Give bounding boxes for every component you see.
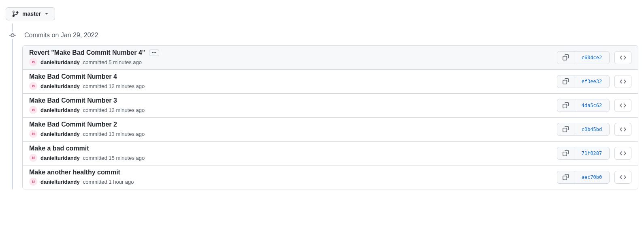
commit-actions: ef3ee32 xyxy=(557,75,631,88)
commit-row: Make a bad commitI:Idanielturidandycommi… xyxy=(23,141,638,165)
browse-code-button[interactable] xyxy=(614,51,631,64)
commit-actions: c0b45bd xyxy=(557,123,631,136)
browse-code-button[interactable] xyxy=(614,123,631,136)
commit-actions: 4da5c62 xyxy=(557,99,631,112)
branch-selector[interactable]: master xyxy=(6,7,55,20)
avatar[interactable]: I:I xyxy=(29,154,37,162)
commits-date-label: Commits on Jan 29, 2022 xyxy=(24,32,98,39)
copy-sha-button[interactable] xyxy=(557,123,574,135)
copy-sha-button[interactable] xyxy=(557,171,574,183)
caret-down-icon xyxy=(45,13,48,15)
copy-icon xyxy=(563,102,569,109)
commit-author-link[interactable]: danielturidandy xyxy=(41,179,80,185)
commit-author-link[interactable]: danielturidandy xyxy=(41,107,80,113)
code-icon xyxy=(620,78,626,85)
commit-time: committed 12 minutes ago xyxy=(83,107,145,113)
commit-time: committed 5 minutes ago xyxy=(83,59,142,65)
sha-group: c604ce2 xyxy=(557,51,610,64)
code-icon xyxy=(620,174,626,180)
commit-row: Make Bad Commit Number 4I:Idanielturidan… xyxy=(23,69,638,93)
commit-info: Make Bad Commit Number 4I:Idanielturidan… xyxy=(29,73,557,90)
copy-sha-button[interactable] xyxy=(557,75,574,88)
commit-sha-link[interactable]: 71f0287 xyxy=(574,147,609,159)
browse-code-button[interactable] xyxy=(614,99,631,112)
commit-sha-link[interactable]: ef3ee32 xyxy=(574,75,609,88)
commit-row: Make another healthy commitI:Idanielturi… xyxy=(23,165,638,189)
copy-icon xyxy=(563,150,569,157)
commit-row: Revert "Make Bad Commit Number 4"•••I:Id… xyxy=(23,46,638,69)
commit-sha-link[interactable]: aec70b0 xyxy=(574,171,609,183)
copy-icon xyxy=(563,54,569,61)
code-icon xyxy=(620,102,626,109)
branch-name: master xyxy=(22,11,41,17)
sha-group: c0b45bd xyxy=(557,123,610,136)
browse-code-button[interactable] xyxy=(614,75,631,88)
commit-title-link[interactable]: Make a bad commit xyxy=(29,145,89,152)
browse-code-button[interactable] xyxy=(614,147,631,160)
expand-message-button[interactable]: ••• xyxy=(149,49,159,56)
copy-sha-button[interactable] xyxy=(557,52,574,64)
commit-title-link[interactable]: Revert "Make Bad Commit Number 4" xyxy=(29,49,145,56)
commit-title-link[interactable]: Make another healthy commit xyxy=(29,169,120,176)
avatar[interactable]: I:I xyxy=(29,106,37,114)
git-branch-icon xyxy=(13,11,19,17)
commit-time: committed 15 minutes ago xyxy=(83,155,145,161)
commit-sha-link[interactable]: c0b45bd xyxy=(574,123,609,135)
avatar[interactable]: I:I xyxy=(29,178,37,186)
avatar[interactable]: I:I xyxy=(29,58,37,66)
code-icon xyxy=(620,54,626,61)
commit-actions: 71f0287 xyxy=(557,147,631,160)
browse-code-button[interactable] xyxy=(614,171,631,184)
commit-info: Make Bad Commit Number 2I:Idanielturidan… xyxy=(29,121,557,138)
sha-group: aec70b0 xyxy=(557,171,610,184)
commit-sha-link[interactable]: c604ce2 xyxy=(574,52,609,64)
commit-author-link[interactable]: danielturidandy xyxy=(41,59,80,65)
commit-row: Make Bad Commit Number 3I:Idanielturidan… xyxy=(23,93,638,117)
copy-icon xyxy=(563,78,569,85)
commit-author-link[interactable]: danielturidandy xyxy=(41,155,80,161)
code-icon xyxy=(620,126,626,133)
commit-info: Make a bad commitI:Idanielturidandycommi… xyxy=(29,145,557,162)
commit-time: committed 1 hour ago xyxy=(83,179,134,185)
commits-group-header: Commits on Jan 29, 2022 xyxy=(9,32,638,39)
sha-group: 4da5c62 xyxy=(557,99,610,112)
avatar[interactable]: I:I xyxy=(29,130,37,138)
timeline-line xyxy=(12,24,13,189)
commit-title-link[interactable]: Make Bad Commit Number 2 xyxy=(29,121,117,128)
commit-info: Make Bad Commit Number 3I:Idanielturidan… xyxy=(29,97,557,114)
commit-sha-link[interactable]: 4da5c62 xyxy=(574,99,609,112)
avatar[interactable]: I:I xyxy=(29,82,37,90)
commit-list: Revert "Make Bad Commit Number 4"•••I:Id… xyxy=(22,45,638,189)
commit-info: Make another healthy commitI:Idanielturi… xyxy=(29,169,557,186)
sha-group: ef3ee32 xyxy=(557,75,610,88)
commit-title-link[interactable]: Make Bad Commit Number 4 xyxy=(29,73,117,80)
commit-title-link[interactable]: Make Bad Commit Number 3 xyxy=(29,97,117,104)
commit-actions: c604ce2 xyxy=(557,51,631,64)
copy-sha-button[interactable] xyxy=(557,99,574,112)
commit-info: Revert "Make Bad Commit Number 4"•••I:Id… xyxy=(29,49,557,66)
commit-time: committed 12 minutes ago xyxy=(83,83,145,89)
copy-sha-button[interactable] xyxy=(557,147,574,159)
commit-actions: aec70b0 xyxy=(557,171,631,184)
commit-row: Make Bad Commit Number 2I:Idanielturidan… xyxy=(23,117,638,141)
copy-icon xyxy=(563,126,569,133)
commit-author-link[interactable]: danielturidandy xyxy=(41,83,80,89)
commit-dot-icon xyxy=(9,32,16,39)
commit-author-link[interactable]: danielturidandy xyxy=(41,131,80,137)
code-icon xyxy=(620,150,626,157)
timeline: Commits on Jan 29, 2022 Revert "Make Bad… xyxy=(9,32,638,189)
commit-time: committed 13 minutes ago xyxy=(83,131,145,137)
sha-group: 71f0287 xyxy=(557,147,610,160)
copy-icon xyxy=(563,174,569,180)
